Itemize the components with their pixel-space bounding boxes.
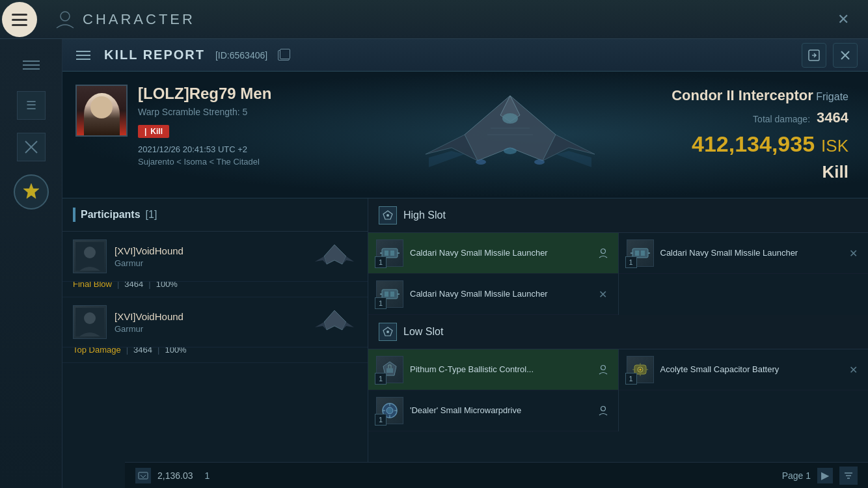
low-slot-left-column: 1 Pithum C-Type Ballistic Control...: [368, 349, 618, 431]
kill-type: Kill: [822, 162, 848, 182]
header-menu-button[interactable]: [73, 45, 94, 66]
low-slot-header: Low Slot: [368, 315, 868, 349]
low-slot-icon: [379, 323, 397, 341]
low-slot-right-item-1-qty: 1: [625, 373, 637, 385]
hamburger-button[interactable]: [2, 2, 37, 37]
svg-rect-24: [387, 368, 393, 373]
low-slot-item-2-name: 'Dealer' Small Microwarpdrive: [410, 405, 590, 416]
participants-panel: Participants [1] [XVI]VoidHound Garmur: [62, 198, 368, 488]
svg-point-16: [601, 249, 605, 254]
low-slot-items-container: 1 Pithum C-Type Ballistic Control...: [368, 349, 868, 431]
high-slot-items-container: 1 Caldari Navy Small Missile Launcher: [368, 233, 868, 315]
participant-item[interactable]: [XVI]VoidHound Garmur: [62, 232, 368, 282]
footer-icon: [135, 468, 151, 483]
svg-point-4: [504, 148, 517, 154]
sidebar-badge-icon[interactable]: [14, 174, 49, 210]
kill-report-header: KILL REPORT [ID:6563406]: [62, 39, 868, 72]
participant-item-2[interactable]: [XVI]VoidHound Garmur: [62, 297, 368, 347]
participant-1-info: [XVI]VoidHound Garmur: [115, 245, 304, 268]
damage-row: Total damage: 3464: [753, 109, 848, 126]
footer-value: 2,136.03: [157, 470, 193, 481]
left-sidebar: ☰: [0, 39, 62, 488]
svg-rect-19: [390, 291, 394, 297]
high-slot-right-item-1[interactable]: 1 Caldari Navy Small Missile Launcher: [619, 233, 869, 274]
low-slot-right-column: 1 Acolyte Small Capacitor Battery ✕: [619, 349, 869, 431]
participant-2-ship: Garmur: [115, 324, 304, 334]
low-slot-item-1-name: Pithum C-Type Ballistic Control...: [410, 364, 590, 375]
low-slot-right-item-1-name: Acolyte Small Capacitor Battery: [660, 364, 840, 375]
high-slot-right-item-1-qty: 1: [625, 256, 637, 268]
total-damage-label: Total damage:: [753, 114, 810, 124]
copy-icon[interactable]: [278, 50, 290, 61]
high-slot-item-2[interactable]: 1 Caldari Navy Small Missile Launcher: [368, 274, 618, 315]
filter-button[interactable]: [839, 467, 858, 485]
sidebar-menu-icon[interactable]: [18, 52, 44, 78]
kill-report-title: KILL REPORT: [104, 47, 205, 62]
participants-header: Participants [1]: [62, 198, 368, 232]
high-slot-item-2-action[interactable]: ✕: [596, 287, 610, 301]
ship-name: Condor II Interceptor: [671, 87, 813, 103]
page-next-button[interactable]: ▶: [817, 468, 833, 483]
svg-rect-22: [641, 251, 645, 256]
main-panel: KILL REPORT [ID:6563406]: [62, 39, 868, 488]
victim-info: [LOLZ]Reg79 Men Warp Scramble Strength: …: [62, 72, 427, 198]
high-slot-icon: [379, 206, 397, 224]
participants-title: Participants: [81, 209, 141, 221]
svg-rect-21: [635, 251, 639, 256]
svg-point-0: [61, 12, 70, 21]
kill-info-section: [LOLZ]Reg79 Men Warp Scramble Strength: …: [62, 72, 868, 198]
low-slot-item-1[interactable]: 1 Pithum C-Type Ballistic Control...: [368, 349, 618, 390]
high-slot-header: High Slot: [368, 198, 868, 233]
sidebar-nav-icon[interactable]: ☰: [17, 91, 46, 120]
low-slot-right-item-1-action[interactable]: ✕: [846, 362, 860, 377]
high-slot-item-1-action[interactable]: [596, 246, 610, 260]
low-slot-right-item-1[interactable]: 1 Acolyte Small Capacitor Battery ✕: [619, 349, 869, 390]
svg-point-31: [639, 369, 641, 371]
high-slot-item-1-name: Caldari Navy Small Missile Launcher: [410, 247, 590, 259]
total-damage-value: 3464: [817, 109, 848, 126]
participant-1-ship: Garmur: [115, 258, 304, 268]
svg-rect-15: [390, 251, 394, 256]
participant-1-avatar: [73, 239, 107, 273]
high-slot-left-column: 1 Caldari Navy Small Missile Launcher: [368, 233, 618, 315]
ship-name-type: Condor II Interceptor Frigate: [671, 87, 848, 104]
bottom-section: Participants [1] [XVI]VoidHound Garmur: [62, 198, 868, 488]
low-slot-item-2-action[interactable]: [596, 403, 610, 418]
top-bar: CHARACTER ✕: [0, 0, 868, 39]
low-slot-item-1-qty: 1: [375, 373, 387, 385]
high-slot-title: High Slot: [403, 210, 446, 221]
high-slot-item-1-qty: 1: [375, 256, 387, 268]
close-panel-button[interactable]: [833, 43, 858, 68]
high-slot-item-1[interactable]: 1 Caldari Navy Small Missile Launcher: [368, 233, 618, 274]
kill-id: [ID:6563406]: [215, 50, 267, 61]
low-slot-item-1-action[interactable]: [596, 362, 610, 377]
svg-point-9: [84, 247, 96, 258]
svg-rect-18: [385, 291, 388, 297]
kill-stats-right: Condor II Interceptor Frigate Total dama…: [640, 72, 868, 198]
footer-qty: 1: [205, 470, 210, 481]
low-slot-item-2[interactable]: 1 'Dealer' Small Microwarpdrive: [368, 390, 618, 431]
svg-point-5: [502, 113, 518, 124]
participant-1-name: [XVI]VoidHound: [115, 245, 304, 256]
svg-point-28: [601, 407, 605, 411]
high-slot-right-column: 1 Caldari Navy Small Missile Launcher: [619, 233, 869, 315]
sidebar-combat-icon[interactable]: [17, 133, 46, 161]
svg-rect-14: [385, 251, 388, 256]
svg-point-11: [84, 312, 96, 324]
kill-badge: | Kill: [138, 125, 169, 138]
participant-2-name: [XVI]VoidHound: [115, 311, 304, 322]
isk-value: 412,134,935: [692, 131, 815, 157]
ship-type: Frigate: [816, 91, 848, 102]
export-button[interactable]: [802, 43, 826, 68]
participants-bar: [73, 208, 75, 222]
slots-panel: High Slot 1: [368, 198, 868, 488]
high-slot-right-item-1-action[interactable]: ✕: [846, 246, 860, 260]
participant-2-ship-img: [312, 306, 357, 338]
page-label: Page 1: [782, 470, 811, 481]
svg-point-25: [601, 366, 605, 370]
kill-datetime: 2021/12/26 20:41:53 UTC +2: [138, 144, 414, 154]
svg-point-2: [476, 159, 486, 165]
high-slot-right-item-1-name: Caldari Navy Small Missile Launcher: [660, 247, 840, 259]
close-top-button[interactable]: ✕: [832, 8, 855, 31]
victim-details: [LOLZ]Reg79 Men Warp Scramble Strength: …: [138, 85, 414, 167]
